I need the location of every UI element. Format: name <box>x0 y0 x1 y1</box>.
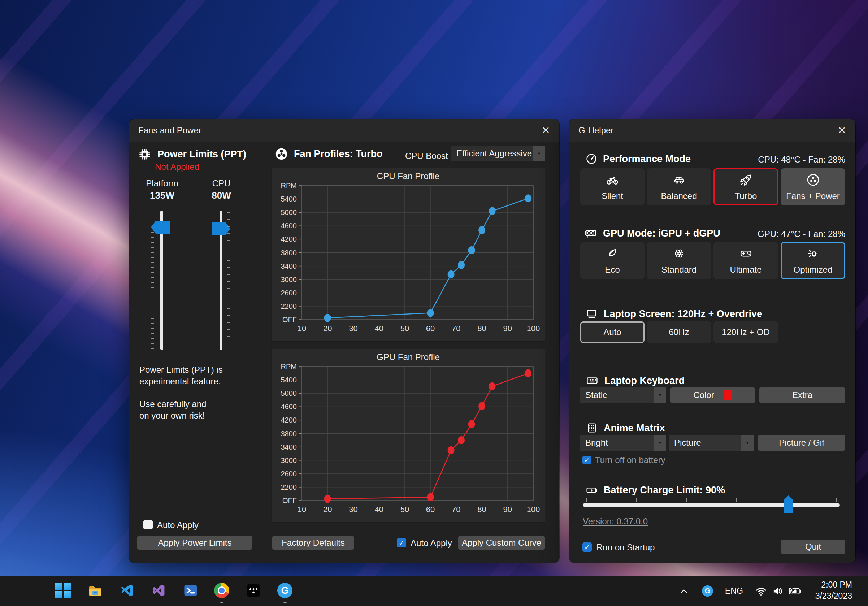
close-icon[interactable]: ✕ <box>542 125 550 136</box>
cpu-fan-chart-panel[interactable]: CPU Fan ProfileOFF2200260030003400380042… <box>271 168 545 342</box>
vscode-icon <box>119 583 135 598</box>
laptop-screen-icon <box>586 308 598 320</box>
cpu-boost-dropdown[interactable]: Efficient Aggressive ▼ <box>451 146 545 161</box>
mode-tile-balanced[interactable]: Balanced <box>647 168 711 206</box>
tray-ghelper-icon[interactable]: G <box>702 586 713 597</box>
powershell-icon <box>183 583 198 598</box>
start-icon[interactable] <box>55 583 71 598</box>
gpu-tile-ultimate[interactable]: Ultimate <box>713 242 778 279</box>
chevron-down-icon[interactable]: ▼ <box>654 387 666 403</box>
matrix-content-dropdown[interactable]: Picture ▼ <box>669 435 753 451</box>
mode-tile-turbo[interactable]: Turbo <box>713 168 778 206</box>
screen-option-60hz[interactable]: 60Hz <box>647 321 711 343</box>
gpu-mode-header: GPU Mode: iGPU + dGPU <box>584 227 720 240</box>
svg-text:60: 60 <box>426 505 435 514</box>
auto-apply-power-label: Auto Apply <box>157 520 198 530</box>
matrix-battery-checkbox[interactable]: ✓ <box>583 456 591 465</box>
gpu-tile-optimized[interactable]: Optimized <box>781 242 845 279</box>
svg-text:50: 50 <box>400 324 409 333</box>
picture-gif-button[interactable]: Picture / Gif <box>758 435 845 451</box>
car-icon <box>672 173 686 187</box>
visual-studio-icon[interactable] <box>151 583 167 598</box>
tidal-icon[interactable] <box>245 583 261 598</box>
svg-text:CPU Fan Profile: CPU Fan Profile <box>377 171 439 181</box>
keyboard-color-button[interactable]: Color <box>671 387 755 403</box>
wifi-icon[interactable] <box>755 585 767 598</box>
cpu-boost-label: CPU Boost <box>405 151 448 161</box>
tray-language[interactable]: ENG <box>725 586 743 596</box>
matrix-brightness-value: Bright <box>585 438 608 448</box>
svg-text:40: 40 <box>374 505 383 514</box>
powershell-icon[interactable] <box>183 583 198 598</box>
fans-and-power-window: Fans and Power ✕ Power Limits (PPT) Not … <box>129 119 559 563</box>
chevron-up-icon <box>679 586 689 597</box>
tile-label: Balanced <box>661 191 697 201</box>
ghelper-title: G-Helper <box>578 125 614 135</box>
screen-option-auto[interactable]: Auto <box>580 321 645 343</box>
matrix-brightness-dropdown[interactable]: Bright ▼ <box>580 435 666 451</box>
svg-text:GPU Fan Profile: GPU Fan Profile <box>377 352 440 362</box>
fans-window-titlebar[interactable]: Fans and Power ✕ <box>129 119 559 141</box>
mode-tile-silent[interactable]: Silent <box>580 168 645 206</box>
apply-power-limits-button[interactable]: Apply Power Limits <box>137 536 253 550</box>
factory-defaults-button[interactable]: Factory Defaults <box>272 536 354 550</box>
version-link[interactable]: Version: 0.37.0.0 <box>583 516 648 527</box>
sparkle-gear-icon <box>806 246 820 260</box>
ghelper-taskbar-icon[interactable]: G <box>277 583 293 599</box>
chevron-down-icon[interactable]: ▼ <box>533 146 545 161</box>
chrome-icon[interactable] <box>214 583 230 599</box>
color-swatch[interactable] <box>724 390 732 400</box>
wifi-icon <box>755 585 767 598</box>
ghelper-running-indicator <box>284 602 287 603</box>
battery-limit-header: Battery Charge Limit: 90% <box>586 484 725 496</box>
gpu-fan-chart-panel[interactable]: GPU Fan ProfileOFF2200260030003400380042… <box>271 349 545 522</box>
mode-tile-fans-power[interactable]: Fans + Power <box>781 168 845 206</box>
screen-option-120hz-od[interactable]: 120Hz + OD <box>713 321 778 343</box>
auto-apply-curve-label: Auto Apply <box>411 538 452 548</box>
matrix-battery-label: Turn off on battery <box>595 455 665 465</box>
svg-text:4600: 4600 <box>281 403 297 411</box>
volume-icon[interactable] <box>771 585 784 598</box>
keyboard-icon <box>586 374 599 387</box>
keyboard-extra-button[interactable]: Extra <box>760 387 845 403</box>
tile-label: Fans + Power <box>786 191 840 201</box>
svg-text:RPM: RPM <box>281 182 297 190</box>
cpu-label: CPU <box>199 178 244 189</box>
battery-tray-icon[interactable] <box>788 585 802 598</box>
svg-text:80: 80 <box>477 324 486 333</box>
gamepad-icon <box>739 246 753 260</box>
gpu-tile-standard[interactable]: Standard <box>647 242 711 279</box>
gpu-temp-status: GPU: 47°C - Fan: 28% <box>758 229 845 239</box>
svg-text:90: 90 <box>503 505 512 514</box>
explorer-icon[interactable] <box>87 583 103 598</box>
svg-text:30: 30 <box>349 324 358 333</box>
close-icon[interactable]: ✕ <box>838 125 846 136</box>
svg-text:10: 10 <box>298 324 306 333</box>
vscode-icon[interactable] <box>119 583 135 598</box>
auto-apply-curve-checkbox[interactable]: ✓ <box>397 538 406 547</box>
chevron-down-icon[interactable]: ▼ <box>741 435 753 451</box>
run-on-startup-label: Run on Startup <box>597 542 655 553</box>
gpu-tile-eco[interactable]: Eco <box>580 242 645 279</box>
gpu-card-icon <box>584 227 597 240</box>
laptop-screen-header: Laptop Screen: 120Hz + Overdrive <box>586 308 762 320</box>
clock[interactable]: 2:00 PM 3/23/2023 <box>815 579 852 602</box>
gauge-icon <box>586 153 597 165</box>
apply-custom-curve-button[interactable]: Apply Custom Curve <box>458 536 545 550</box>
run-on-startup-checkbox[interactable]: ✓ <box>583 542 592 552</box>
platform-value: 135W <box>140 190 184 201</box>
quit-button[interactable]: Quit <box>781 539 845 554</box>
clock-time: 2:00 PM <box>815 579 852 591</box>
keyboard-mode-dropdown[interactable]: Static ▼ <box>580 387 666 403</box>
power-limits-status: Not Applied <box>155 162 199 172</box>
battery-slider-track[interactable] <box>583 504 840 507</box>
performance-mode-header: Performance Mode <box>586 153 691 165</box>
tile-label: Eco <box>605 265 620 275</box>
ghelper-titlebar[interactable]: G-Helper ✕ <box>569 119 856 141</box>
chevron-down-icon[interactable]: ▼ <box>654 435 666 451</box>
tray-chevron-up-icon[interactable] <box>678 586 690 597</box>
fan-icon <box>806 173 820 187</box>
desktop: Fans and Power ✕ Power Limits (PPT) Not … <box>0 0 868 606</box>
svg-text:2600: 2600 <box>281 470 297 478</box>
auto-apply-power-checkbox[interactable] <box>143 520 153 529</box>
